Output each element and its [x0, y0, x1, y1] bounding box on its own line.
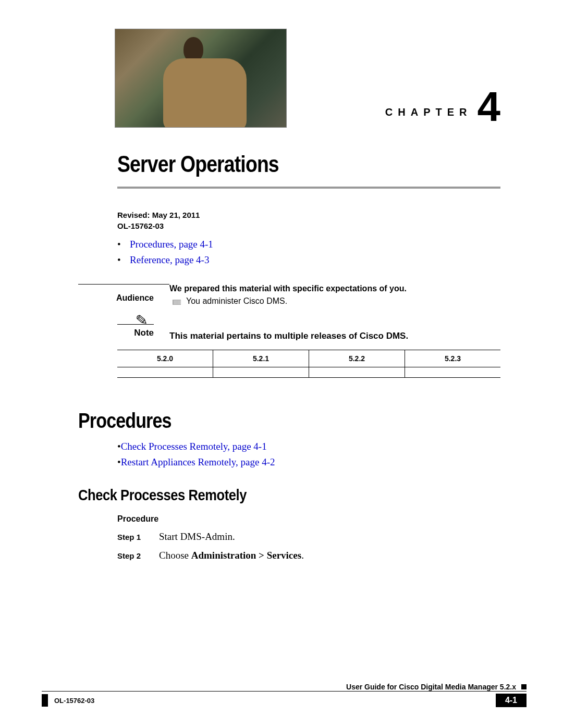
procedure-step: Step 2 Choose Administration > Services.	[117, 550, 500, 561]
page-footer: User Guide for Cisco Digital Media Manag…	[0, 683, 563, 707]
subsection-heading: Check Processes Remotely	[78, 486, 437, 504]
pencil-icon: ✎	[135, 311, 149, 329]
version-cell: 5.2.2	[309, 350, 405, 367]
footer-rule	[42, 691, 527, 692]
toc-link-reference[interactable]: Reference, page 4-3	[130, 254, 209, 265]
chapter-number: 4	[478, 86, 501, 128]
chapter-photo	[115, 29, 287, 128]
toc-link-check-processes[interactable]: Check Processes Remotely, page 4-1	[121, 441, 267, 452]
audience-block: Audience We prepared this material with …	[78, 284, 500, 306]
toc-item: •Procedures, page 4-1	[117, 237, 500, 252]
step-text: Start DMS-Admin.	[159, 531, 235, 542]
procedures-toc: •Check Processes Remotely, page 4-1 •Res…	[117, 439, 500, 471]
version-cell: 5.2.0	[117, 350, 213, 367]
audience-label: Audience	[78, 284, 154, 303]
version-table: 5.2.0 5.2.1 5.2.2 5.2.3	[117, 350, 500, 378]
step-number: Step 2	[117, 550, 159, 561]
chapter-toc: •Procedures, page 4-1 •Reference, page 4…	[117, 237, 500, 268]
version-cell: 5.2.1	[213, 350, 309, 367]
chapter-word: CHAPTER	[385, 106, 472, 128]
toc-item: •Restart Appliances Remotely, page 4-2	[117, 454, 500, 470]
footer-page-number: 4-1	[496, 694, 527, 707]
version-body-cell	[309, 367, 405, 377]
chapter-header: CHAPTER 4	[115, 29, 500, 128]
version-body-cell	[405, 367, 500, 377]
version-body-cell	[117, 367, 213, 377]
revision-block: Revised: May 21, 2011 OL-15762-03	[117, 209, 500, 231]
document-page: CHAPTER 4 Server Operations Revised: May…	[0, 0, 563, 728]
page-title: Server Operations	[117, 151, 443, 177]
section-heading-procedures: Procedures	[78, 409, 437, 433]
audience-item: You administer Cisco DMS.	[186, 297, 500, 306]
audience-lead: We prepared this material with specific …	[169, 284, 500, 293]
version-cell: 5.2.3	[405, 350, 500, 367]
note-text: This material pertains to multiple relea…	[169, 324, 500, 341]
footer-guide-title: User Guide for Cisco Digital Media Manag…	[52, 683, 521, 691]
toc-item: •Reference, page 4-3	[117, 252, 500, 268]
step-number: Step 1	[117, 531, 159, 542]
note-block: ✎ Note This material pertains to multipl…	[78, 324, 500, 341]
revised-date: Revised: May 21, 2011	[117, 209, 500, 220]
note-label: Note	[78, 328, 154, 338]
footer-doc-id: OL-15762-03	[54, 697, 496, 705]
version-body-cell	[213, 367, 309, 377]
toc-link-procedures[interactable]: Procedures, page 4-1	[130, 239, 213, 250]
doc-id: OL-15762-03	[117, 220, 500, 231]
footer-square-icon	[521, 684, 527, 689]
footer-bar-icon	[42, 694, 48, 707]
step-text: Choose Administration > Services.	[159, 550, 304, 561]
chapter-label-block: CHAPTER 4	[385, 86, 500, 128]
toc-item: •Check Processes Remotely, page 4-1	[117, 439, 500, 454]
toc-link-restart-appliances[interactable]: Restart Appliances Remotely, page 4-2	[121, 456, 275, 467]
procedure-step: Step 1 Start DMS-Admin.	[117, 531, 500, 542]
title-rule	[117, 187, 500, 189]
procedure-label: Procedure	[117, 514, 500, 524]
